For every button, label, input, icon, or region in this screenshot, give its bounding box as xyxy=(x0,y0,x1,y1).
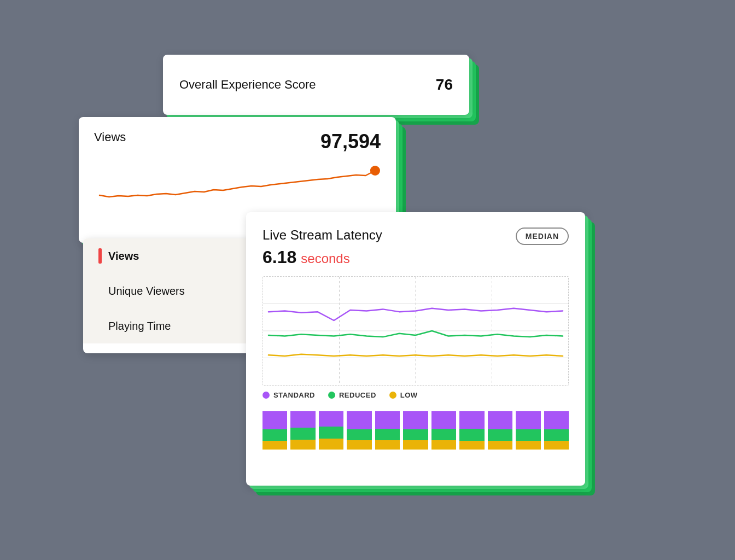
bar-segment xyxy=(488,429,512,441)
menu-item-unique-viewers[interactable]: Unique Viewers xyxy=(83,273,253,308)
bar-segment xyxy=(459,441,484,450)
bar-group xyxy=(459,411,484,450)
score-card-label: Overall Experience Score xyxy=(179,78,316,92)
legend-reduced: REDUCED xyxy=(328,391,376,399)
latency-legend: STANDARD REDUCED LOW xyxy=(262,391,569,399)
bar-group xyxy=(375,411,400,450)
inactive-indicator-1 xyxy=(98,283,102,299)
bar-segment xyxy=(431,440,456,450)
score-card-value: 76 xyxy=(436,76,453,94)
bar-group xyxy=(488,411,512,450)
svg-point-0 xyxy=(370,166,380,176)
menu-item-playing-time[interactable]: Playing Time xyxy=(83,308,253,343)
bar-segment xyxy=(290,440,315,450)
legend-standard: STANDARD xyxy=(262,391,315,399)
bar-segment xyxy=(290,428,315,440)
bar-segment xyxy=(375,429,400,441)
bar-segment xyxy=(544,411,569,429)
bar-group xyxy=(319,411,343,450)
bar-segment xyxy=(431,429,456,440)
bar-segment xyxy=(459,429,484,441)
bar-group xyxy=(431,411,456,450)
bar-segment xyxy=(544,429,569,441)
bar-segment xyxy=(375,411,400,429)
bar-segment xyxy=(544,441,569,450)
bar-group xyxy=(403,411,428,450)
bar-segment xyxy=(403,429,428,440)
views-card-label: Views xyxy=(94,130,126,144)
bar-group xyxy=(347,411,371,450)
views-card-value: 97,594 xyxy=(320,130,381,153)
bar-segment xyxy=(262,441,287,450)
latency-value-row: 6.18 seconds xyxy=(262,247,569,267)
legend-dot-standard xyxy=(262,392,270,399)
menu-item-views[interactable]: Views xyxy=(83,238,253,273)
bar-segment xyxy=(516,411,540,429)
bar-segment xyxy=(319,439,343,450)
latency-number: 6.18 xyxy=(262,247,296,267)
bar-segment xyxy=(290,411,315,428)
bar-segment xyxy=(516,441,540,450)
bar-segment xyxy=(347,440,371,450)
latency-card: Live Stream Latency MEDIAN 6.18 seconds xyxy=(246,212,585,486)
latency-title: Live Stream Latency xyxy=(262,228,382,243)
bar-group xyxy=(290,411,315,450)
bar-segment xyxy=(319,427,343,439)
bar-segment xyxy=(516,429,540,441)
bar-segment xyxy=(262,411,287,429)
score-card: Overall Experience Score 76 xyxy=(163,55,469,115)
views-card-header: Views 97,594 xyxy=(94,130,381,153)
latency-header: Live Stream Latency MEDIAN xyxy=(262,228,569,245)
bar-segment xyxy=(403,411,428,429)
latency-line-chart-area xyxy=(262,276,569,386)
bar-segment xyxy=(403,440,428,450)
bar-segment xyxy=(347,411,371,429)
bar-segment xyxy=(375,440,400,450)
latency-unit: seconds xyxy=(301,251,349,266)
bar-segment xyxy=(347,429,371,441)
median-badge: MEDIAN xyxy=(516,228,569,245)
latency-bar-chart xyxy=(262,406,569,450)
bar-segment xyxy=(319,411,343,427)
inactive-indicator-2 xyxy=(98,318,102,334)
bar-segment xyxy=(431,411,456,429)
legend-low: LOW xyxy=(389,391,418,399)
bar-group xyxy=(516,411,540,450)
active-indicator xyxy=(98,248,102,264)
legend-dot-reduced xyxy=(328,392,335,399)
bar-segment xyxy=(459,411,484,429)
menu-card: Views Unique Viewers Playing Time xyxy=(83,238,253,353)
bar-segment xyxy=(262,429,287,441)
bar-group xyxy=(262,411,287,450)
bar-segment xyxy=(488,411,512,429)
bar-group xyxy=(544,411,569,450)
legend-dot-low xyxy=(389,392,396,399)
latency-svg-chart xyxy=(263,277,568,385)
bar-segment xyxy=(488,441,512,450)
